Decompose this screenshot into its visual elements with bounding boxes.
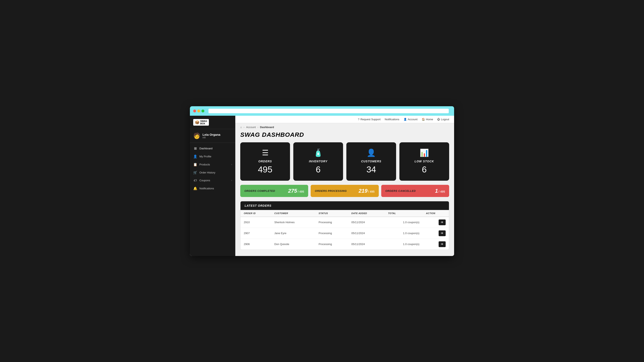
customers-icon: 👤: [350, 148, 392, 157]
profile-icon: 👤: [193, 154, 197, 158]
col-date-added: Date Added: [348, 210, 385, 217]
stat-value: 6: [298, 165, 339, 174]
stat-label: Orders: [244, 160, 286, 163]
cell-total: 1.0 coupon(s): [385, 228, 423, 239]
sidebar-item-label: Order History: [200, 171, 215, 174]
orders-table: Order ID Customer Status Date Added Tota…: [240, 210, 449, 250]
logo-text: SWAG BOX: [200, 120, 207, 125]
stat-label: Customers: [350, 160, 392, 163]
account-link[interactable]: 👤 Account: [404, 118, 418, 121]
table-row: 2907 Jane Eyre Processing 05/11/2024 1.0…: [240, 228, 449, 239]
cell-order-id: 2910: [240, 217, 271, 228]
cell-status: Processing: [316, 217, 348, 228]
breadcrumb-sep: ›: [244, 126, 244, 129]
minimize-dot[interactable]: [197, 109, 200, 112]
sidebar-item-label: Coupons: [200, 179, 210, 182]
top-nav: ? Request Support Notifications 👤 Accoun…: [235, 116, 454, 123]
status-label: Orders Processing: [315, 189, 346, 192]
stat-card-customers[interactable]: 👤 Customers 34: [346, 142, 396, 181]
cell-action: 👁: [423, 217, 449, 228]
stat-label: Low Stock: [404, 160, 445, 163]
cell-customer: Don Quixote: [271, 239, 316, 250]
table-header-row: Order ID Customer Status Date Added Tota…: [240, 210, 449, 217]
latest-orders-title: Latest Orders: [244, 204, 272, 207]
logout-link[interactable]: ⏻ Logout: [437, 118, 449, 121]
status-main-value: 219: [358, 188, 368, 194]
dashboard-content: Swag Dashboard ☰ Orders 495 🧴 Inventory …: [235, 131, 454, 256]
sidebar-item-notifications[interactable]: 🔔 Notifications: [190, 184, 235, 192]
logo-box: 📦 SWAG BOX: [193, 119, 209, 126]
col-order-id: Order ID: [240, 210, 271, 217]
breadcrumb-dashboard: Dashboard: [260, 126, 274, 129]
cell-order-id: 2907: [240, 228, 271, 239]
cell-action: 👁: [423, 239, 449, 250]
sidebar-item-products[interactable]: 📋 Products ›: [190, 160, 235, 169]
cell-total: 1.0 coupon(s): [385, 239, 423, 250]
request-support-link[interactable]: ? Request Support: [358, 118, 380, 121]
col-customer: Customer: [271, 210, 316, 217]
sidebar-item-dashboard[interactable]: ⊞ Dashboard: [190, 144, 235, 152]
logo-icon: 📦: [195, 120, 200, 125]
sidebar-item-my-profile[interactable]: 👤 My Profile: [190, 152, 235, 160]
stat-value: 34: [350, 165, 392, 174]
view-order-button[interactable]: 👁: [438, 219, 446, 225]
user-info: Leia Organa HR: [202, 133, 220, 139]
products-icon: 📋: [193, 163, 197, 166]
home-breadcrumb-icon[interactable]: ⌂: [240, 126, 242, 129]
status-total-value: / 495: [368, 190, 375, 193]
sidebar-item-label: Notifications: [200, 187, 214, 190]
status-bar-cancelled[interactable]: Orders Cancelled 1 / 495: [381, 185, 449, 197]
user-avatar-icon: 🧑: [193, 132, 200, 139]
stat-value: 6: [404, 165, 445, 174]
status-main-value: 1: [435, 188, 438, 194]
page-title: Swag Dashboard: [240, 131, 449, 138]
user-section: 🧑 Leia Organa HR: [190, 129, 235, 143]
order-history-icon: 🛒: [193, 171, 197, 174]
sidebar-item-label: Products: [200, 163, 210, 166]
stat-label: Inventory: [298, 160, 339, 163]
notifications-link[interactable]: Notifications: [385, 118, 400, 121]
sidebar-item-coupons[interactable]: 🏷 Coupons ›: [190, 177, 235, 184]
cell-date: 05/11/2024: [348, 217, 385, 228]
status-numbers: 1 / 495: [435, 188, 445, 194]
home-link[interactable]: 🏠 Home: [422, 118, 433, 121]
status-total-value: / 495: [298, 190, 304, 193]
cell-date: 05/11/2024: [348, 228, 385, 239]
col-status: Status: [316, 210, 348, 217]
view-order-button[interactable]: 👁: [438, 230, 446, 236]
status-bar-completed[interactable]: Orders Completed 275 / 495: [240, 185, 308, 197]
sidebar-item-order-history[interactable]: 🛒 Order History: [190, 169, 235, 177]
cell-customer: Jane Eyre: [271, 228, 316, 239]
stats-grid: ☰ Orders 495 🧴 Inventory 6 👤 Customers 3…: [240, 142, 449, 181]
stat-value: 495: [244, 165, 286, 174]
table-row: 2910 Sherlock Holmes Processing 05/11/20…: [240, 217, 449, 228]
dashboard-icon: ⊞: [193, 146, 197, 150]
cell-status: Processing: [316, 228, 348, 239]
url-bar[interactable]: [208, 109, 449, 113]
status-numbers: 219 / 495: [358, 188, 375, 194]
sidebar-logo: 📦 SWAG BOX: [190, 116, 235, 129]
account-icon: 👤: [404, 118, 407, 121]
stat-card-inventory[interactable]: 🧴 Inventory 6: [293, 142, 343, 181]
cell-total: 1.0 coupon(s): [385, 217, 423, 228]
sidebar-item-label: Dashboard: [200, 147, 212, 150]
sidebar-nav: ⊞ Dashboard 👤 My Profile 📋 Products › 🛒 …: [190, 143, 235, 256]
breadcrumb-account[interactable]: Account: [246, 126, 256, 129]
fullscreen-dot[interactable]: [202, 109, 204, 112]
latest-orders-section: Latest Orders Order ID Customer Status D…: [240, 201, 449, 250]
help-icon: ?: [358, 118, 359, 121]
status-bar-processing[interactable]: Orders Processing 219 / 495: [311, 185, 378, 197]
cell-order-id: 2906: [240, 239, 271, 250]
app-container: 📦 SWAG BOX 🧑 Leia Organa HR ⊞ Dashboar: [190, 116, 454, 256]
breadcrumb: ⌂ › Account › Dashboard: [235, 123, 454, 131]
col-action: Action: [423, 210, 449, 217]
chevron-right-icon: ›: [232, 163, 232, 166]
low-stock-icon: 📊: [404, 148, 445, 157]
stat-card-orders[interactable]: ☰ Orders 495: [240, 142, 290, 181]
stat-card-low-stock[interactable]: 📊 Low Stock 6: [400, 142, 449, 181]
close-dot[interactable]: [193, 109, 196, 112]
chevron-right-icon: ›: [232, 179, 232, 182]
browser-window: 📦 SWAG BOX 🧑 Leia Organa HR ⊞ Dashboar: [190, 106, 454, 256]
view-order-button[interactable]: 👁: [438, 241, 446, 247]
status-numbers: 275 / 495: [288, 188, 304, 194]
